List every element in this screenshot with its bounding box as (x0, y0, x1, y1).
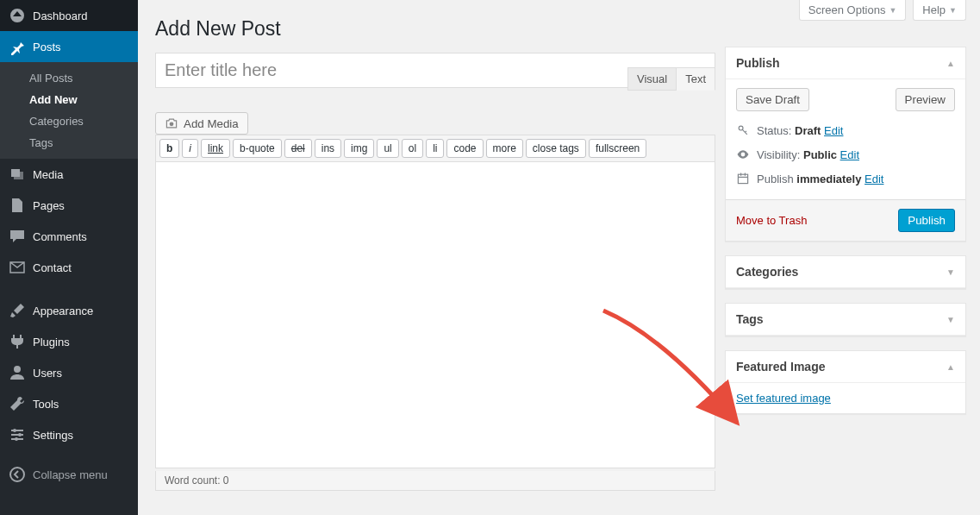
featured-heading-label: Featured Image (736, 360, 825, 374)
collapse-menu[interactable]: Collapse menu (0, 459, 138, 490)
menu-label: Posts (33, 41, 61, 53)
categories-heading-label: Categories (736, 265, 798, 279)
camera-icon (165, 116, 178, 130)
screen-options-label: Screen Options (808, 3, 886, 16)
featured-image-box: Featured Image ▲ Set featured image (725, 350, 966, 414)
qt-li[interactable]: li (426, 139, 444, 158)
brush-icon (9, 302, 26, 319)
move-to-trash-link[interactable]: Move to Trash (736, 214, 807, 227)
menu-comments[interactable]: Comments (0, 221, 138, 252)
set-featured-image-link[interactable]: Set featured image (736, 392, 831, 405)
menu-posts[interactable]: Posts (0, 31, 138, 62)
qt-closetags[interactable]: close tags (526, 139, 586, 158)
comments-icon (9, 228, 26, 245)
sliders-icon (9, 426, 26, 443)
pages-icon (9, 197, 26, 214)
menu-media[interactable]: Media (0, 159, 138, 190)
key-icon (736, 123, 750, 137)
qt-bold[interactable]: b (159, 139, 179, 158)
menu-pages[interactable]: Pages (0, 190, 138, 221)
admin-sidebar: Dashboard Posts All Posts Add New Catego… (0, 0, 138, 515)
menu-users[interactable]: Users (0, 357, 138, 388)
plug-icon (9, 333, 26, 350)
quicktags-toolbar: b i link b-quote del ins img ul ol li co… (155, 135, 715, 162)
edit-visibility-link[interactable]: Edit (840, 148, 859, 161)
menu-label: Settings (33, 429, 73, 442)
menu-label: Dashboard (33, 9, 88, 22)
menu-contact[interactable]: Contact (0, 252, 138, 283)
toggle-up-icon: ▲ (946, 59, 955, 68)
post-content-textarea[interactable] (155, 162, 715, 468)
qt-more[interactable]: more (486, 139, 523, 158)
svg-point-4 (10, 468, 24, 481)
menu-label: Contact (33, 261, 72, 274)
editor-mode-tabs: Visual Text (627, 67, 715, 91)
tab-text[interactable]: Text (677, 67, 715, 91)
chevron-down-icon: ▼ (889, 6, 896, 15)
menu-appearance[interactable]: Appearance (0, 295, 138, 326)
qt-link[interactable]: link (201, 139, 230, 158)
editor-statusbar: Word count: 0 (155, 471, 715, 491)
qt-italic[interactable]: i (182, 139, 198, 158)
page-title: Add New Post (155, 17, 963, 41)
svg-rect-7 (738, 174, 747, 183)
menu-label: Appearance (33, 305, 93, 317)
menu-settings[interactable]: Settings (0, 419, 138, 450)
publish-box: Publish ▲ Save Draft Preview Status: Dra… (725, 47, 966, 242)
qt-fullscreen[interactable]: fullscreen (589, 139, 646, 158)
tags-heading[interactable]: Tags ▼ (726, 304, 965, 336)
svg-point-0 (14, 366, 21, 373)
svg-point-3 (15, 437, 18, 441)
submenu-categories[interactable]: Categories (0, 110, 138, 132)
preview-button[interactable]: Preview (896, 88, 955, 111)
schedule-row: Publish immediately Edit (736, 166, 955, 191)
menu-label: Tools (33, 398, 59, 411)
menu-dashboard[interactable]: Dashboard (0, 0, 138, 31)
featured-heading[interactable]: Featured Image ▲ (726, 351, 965, 383)
menu-label: Comments (33, 230, 87, 243)
pin-icon (9, 38, 26, 55)
qt-code[interactable]: code (446, 139, 483, 158)
qt-ol[interactable]: ol (402, 139, 423, 158)
menu-label: Plugins (33, 336, 70, 349)
toggle-down-icon: ▼ (946, 267, 955, 277)
posts-submenu: All Posts Add New Categories Tags (0, 62, 138, 159)
wrench-icon (9, 395, 26, 412)
add-media-button[interactable]: Add Media (155, 112, 248, 135)
menu-tools[interactable]: Tools (0, 388, 138, 419)
qt-del[interactable]: del (284, 139, 312, 158)
edit-status-link[interactable]: Edit (824, 124, 843, 137)
submenu-tags[interactable]: Tags (0, 132, 138, 154)
qt-bquote[interactable]: b-quote (233, 139, 282, 158)
menu-plugins[interactable]: Plugins (0, 326, 138, 357)
tab-visual[interactable]: Visual (627, 67, 677, 91)
qt-ul[interactable]: ul (377, 139, 398, 158)
menu-label: Media (33, 168, 63, 181)
media-icon (9, 166, 26, 183)
svg-point-1 (13, 429, 16, 432)
collapse-icon (9, 466, 26, 483)
collapse-label: Collapse menu (33, 468, 108, 481)
publish-button[interactable]: Publish (898, 209, 955, 232)
wordcount-label: Word count: (165, 474, 220, 487)
edit-schedule-link[interactable]: Edit (865, 173, 883, 185)
submenu-all-posts[interactable]: All Posts (0, 67, 138, 89)
eye-icon (736, 148, 750, 161)
categories-box: Categories ▼ (725, 255, 966, 289)
menu-label: Users (33, 367, 62, 380)
save-draft-button[interactable]: Save Draft (736, 88, 809, 111)
qt-img[interactable]: img (344, 139, 374, 158)
mail-icon (9, 259, 26, 276)
qt-ins[interactable]: ins (315, 139, 341, 158)
user-icon (9, 364, 26, 381)
categories-heading[interactable]: Categories ▼ (726, 256, 965, 288)
tags-heading-label: Tags (736, 312, 764, 326)
publish-heading[interactable]: Publish ▲ (726, 47, 965, 79)
help-label: Help (922, 3, 946, 16)
tags-box: Tags ▼ (725, 303, 966, 336)
dashboard-icon (9, 7, 26, 24)
submenu-add-new[interactable]: Add New (0, 89, 138, 110)
status-row: Status: Draft Edit (736, 118, 955, 142)
toggle-up-icon: ▲ (946, 362, 955, 372)
svg-point-5 (170, 122, 174, 126)
